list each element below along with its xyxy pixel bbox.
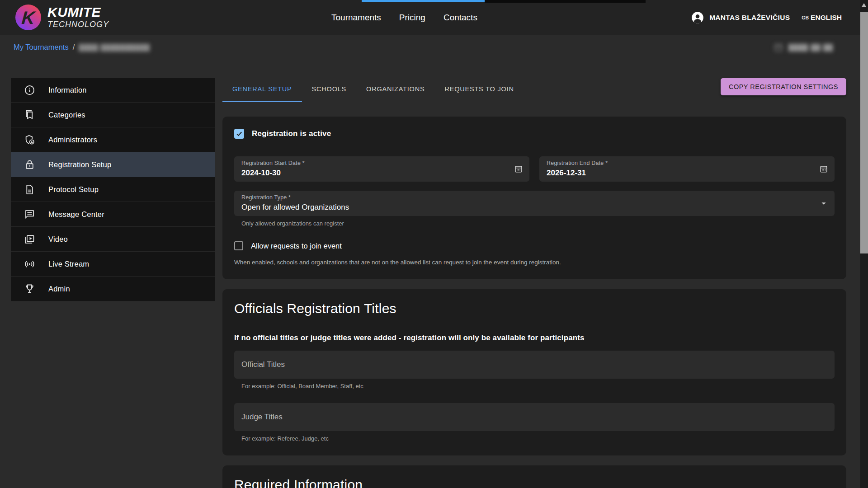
sidebar-item-label: Live Stream xyxy=(48,260,89,268)
judge-titles-helper: For example: Referee, Judge, etc xyxy=(241,435,835,442)
language-selector[interactable]: GB ENGLISH xyxy=(802,14,842,22)
sidebar-item-protocol-setup[interactable]: Protocol Setup xyxy=(11,177,215,202)
user-avatar-icon xyxy=(691,11,704,24)
top-navigation-bar: K KUMITE TECHNOLOGY Tournaments Pricing … xyxy=(0,0,868,35)
breadcrumb-my-tournaments[interactable]: My Tournaments xyxy=(14,43,69,52)
registration-tabs-row: GENERAL SETUP SCHOOLS ORGANIZATIONS REQU… xyxy=(222,77,846,102)
sidebar-item-label: Categories xyxy=(48,111,85,119)
video-library-icon xyxy=(24,233,36,245)
nav-link-tournaments[interactable]: Tournaments xyxy=(331,13,381,23)
top-progress-strip xyxy=(362,0,485,2)
user-menu[interactable]: MANTAS BLAŽEVIČIUS GB ENGLISH xyxy=(691,0,842,35)
tab-schools[interactable]: SCHOOLS xyxy=(302,77,357,102)
sidebar-item-message-center[interactable]: Message Center xyxy=(11,202,215,227)
sidebar-item-label: Message Center xyxy=(48,210,104,219)
calendar-icon[interactable] xyxy=(514,164,524,174)
end-date-value: 2026-12-31 xyxy=(547,169,586,178)
logo-letter: K xyxy=(21,9,36,27)
allow-requests-label: Allow requests to join event xyxy=(251,242,342,250)
allow-requests-checkbox-row[interactable]: Allow requests to join event xyxy=(234,240,835,251)
info-icon xyxy=(24,84,36,96)
official-titles-placeholder: Official Titles xyxy=(241,360,285,369)
breadcrumb-current-redacted: ████ ██████████ xyxy=(79,44,150,51)
sidebar-item-information[interactable]: Information xyxy=(11,78,215,103)
trophy-icon xyxy=(24,283,36,295)
checkbox-unchecked-icon[interactable] xyxy=(234,241,243,250)
copy-registration-settings-button[interactable]: COPY REGISTRATION SETTINGS xyxy=(721,78,846,95)
top-dark-strip xyxy=(485,0,646,3)
registration-active-checkbox-row[interactable]: Registration is active xyxy=(234,128,835,139)
tab-organizations[interactable]: ORGANIZATIONS xyxy=(356,77,434,102)
broadcast-icon xyxy=(24,258,36,270)
sidebar-item-live-stream[interactable]: Live Stream xyxy=(11,252,215,277)
sidebar-item-label: Video xyxy=(48,235,68,244)
tab-requests-to-join[interactable]: REQUESTS TO JOIN xyxy=(434,77,524,102)
registration-type-label: Registration Type * xyxy=(241,194,291,201)
sidebar-item-administrators[interactable]: Administrators xyxy=(11,127,215,152)
required-information-title: Required Information xyxy=(234,477,835,488)
officials-card-title: Officials Registration Titles xyxy=(234,301,835,316)
official-titles-input[interactable]: Official Titles xyxy=(234,351,835,379)
scrollbar-thumb[interactable] xyxy=(860,12,868,253)
scrollbar-up-arrow-icon[interactable] xyxy=(862,3,866,7)
registration-start-date-field[interactable]: Registration Start Date * 2024-10-30 xyxy=(234,156,529,182)
sidebar-item-label: Administrators xyxy=(48,136,97,144)
sidebar-item-admin[interactable]: Admin xyxy=(11,277,215,301)
calendar-icon xyxy=(773,42,784,53)
breadcrumb-separator: / xyxy=(73,43,75,52)
sidebar-item-registration-setup[interactable]: Registration Setup xyxy=(11,152,215,177)
sidebar-item-label: Protocol Setup xyxy=(48,185,99,194)
sidebar-item-label: Registration Setup xyxy=(48,160,111,169)
document-icon xyxy=(24,183,36,196)
required-information-card: Required Information xyxy=(222,465,846,488)
breadcrumb: My Tournaments / ████ ██████████ xyxy=(14,43,150,52)
bookmark-icon xyxy=(24,109,36,121)
registration-active-label: Registration is active xyxy=(252,129,331,138)
brand-text: KUMITE TECHNOLOGY xyxy=(47,5,109,29)
judge-titles-placeholder: Judge Titles xyxy=(241,413,283,422)
sidebar-item-categories[interactable]: Categories xyxy=(11,103,215,127)
nav-link-contacts[interactable]: Contacts xyxy=(443,13,477,23)
start-date-value: 2024-10-30 xyxy=(241,169,281,178)
officials-registration-titles-card: Officials Registration Titles If no offi… xyxy=(222,289,846,455)
kumite-logo-icon: K xyxy=(15,5,41,30)
main-nav-links: Tournaments Pricing Contacts xyxy=(331,0,477,35)
registration-end-date-field[interactable]: Registration End Date * 2026-12-31 xyxy=(539,156,835,182)
page-scrollbar[interactable] xyxy=(860,0,868,488)
language-name: ENGLISH xyxy=(811,14,842,22)
shield-person-icon xyxy=(24,134,36,146)
masked-date-text: ████-██-██ xyxy=(788,44,833,51)
sidebar-item-label: Information xyxy=(48,86,87,94)
chevron-down-icon[interactable] xyxy=(819,198,829,208)
registration-type-select[interactable]: Registration Type * Open for allowed Org… xyxy=(234,191,835,216)
registration-settings-card: Registration is active Registration Star… xyxy=(222,117,846,279)
user-name: MANTAS BLAŽEVIČIUS xyxy=(709,14,790,22)
brand-subtitle: TECHNOLOGY xyxy=(47,20,109,29)
chat-icon xyxy=(24,208,36,221)
checkbox-checked-icon[interactable] xyxy=(234,129,244,139)
official-titles-helper: For example: Official, Board Member, Sta… xyxy=(241,383,835,389)
calendar-icon[interactable] xyxy=(819,164,829,174)
registration-type-value: Open for allowed Organizations xyxy=(241,203,349,212)
main-content: GENERAL SETUP SCHOOLS ORGANIZATIONS REQU… xyxy=(222,77,846,488)
end-date-label: Registration End Date * xyxy=(547,160,608,166)
brand-logo[interactable]: K KUMITE TECHNOLOGY xyxy=(15,5,109,30)
tab-general-setup[interactable]: GENERAL SETUP xyxy=(222,77,302,102)
date-fields-row: Registration Start Date * 2024-10-30 Reg… xyxy=(234,156,835,182)
language-flag-code: GB xyxy=(802,15,809,20)
sidebar-item-video[interactable]: Video xyxy=(11,227,215,252)
breadcrumb-row: My Tournaments / ████ ██████████ ████-██… xyxy=(0,36,860,62)
brand-name: KUMITE xyxy=(47,5,109,19)
registration-type-helper: Only allowed organizations can register xyxy=(241,220,835,227)
lock-icon xyxy=(24,159,36,171)
allow-requests-helper: When enabled, schools and organizations … xyxy=(234,259,835,266)
header-date-chip-redacted: ████-██-██ xyxy=(773,42,833,53)
sidebar-item-label: Admin xyxy=(48,285,70,293)
tournament-sidebar: Information Categories Administrators Re… xyxy=(11,78,215,301)
officials-card-description: If no official titles or judge titles we… xyxy=(234,333,835,343)
nav-link-pricing[interactable]: Pricing xyxy=(399,13,425,23)
judge-titles-input[interactable]: Judge Titles xyxy=(234,403,835,431)
start-date-label: Registration Start Date * xyxy=(241,160,305,166)
